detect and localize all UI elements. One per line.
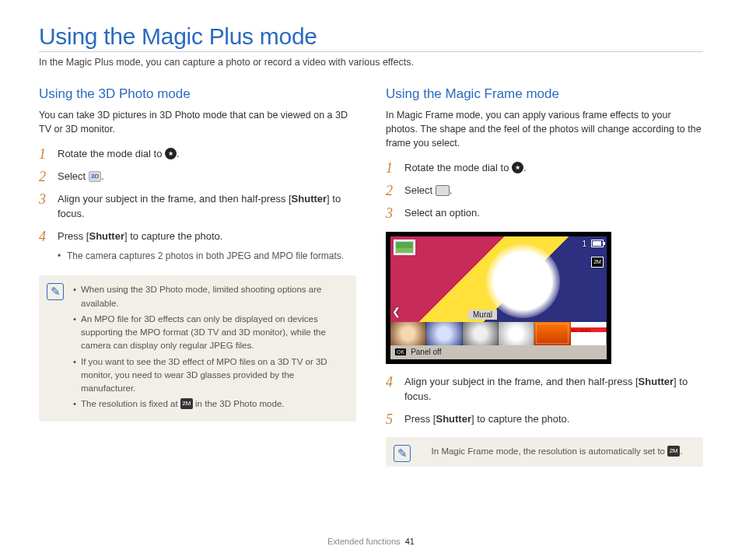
- step-post: .: [101, 170, 104, 182]
- lcd-status-right: 1: [582, 240, 604, 248]
- note-text-pre: In Magic Frame mode, the resolution is a…: [432, 446, 668, 456]
- note-icon: ✎: [47, 283, 64, 300]
- step-number: 3: [386, 206, 397, 220]
- steps-frame-a: 1 Rotate the mode dial to ★. 2 Select . …: [386, 161, 703, 221]
- lcd-arrow-left-icon: ❮: [392, 306, 401, 317]
- step-number: 4: [386, 375, 397, 389]
- left-column: Using the 3D Photo mode You can take 3D …: [39, 86, 356, 476]
- step-pre: Rotate the mode dial to: [404, 162, 512, 173]
- resolution-icon: 2M: [667, 446, 680, 457]
- panel-off-label: Panel off: [411, 348, 441, 356]
- note-callout-frame: ✎ In Magic Frame mode, the resolution is…: [386, 437, 703, 466]
- step-pre: Press [: [58, 230, 89, 242]
- frame-thumb: [463, 322, 499, 345]
- footer-section: Extended functions: [327, 537, 401, 546]
- resolution-icon: 2M: [180, 398, 193, 409]
- step-text: Align your subject in the frame, and the…: [58, 192, 356, 222]
- shutter-bold: Shutter: [89, 230, 124, 242]
- note-item: If you want to see the 3D effect of MPO …: [73, 355, 347, 396]
- step-post: ] to capture the photo.: [471, 413, 569, 425]
- step-pre: Select: [58, 170, 89, 182]
- section-title-3d: Using the 3D Photo mode: [39, 86, 356, 102]
- lcd-panel-bar: OK Panel off: [390, 345, 607, 359]
- shutter-bold: Shutter: [639, 376, 674, 387]
- frame-thumb: [571, 322, 607, 345]
- step-text: Select an option.: [404, 206, 703, 221]
- step-post: .: [523, 162, 527, 173]
- content-columns: Using the 3D Photo mode You can take 3D …: [39, 86, 703, 476]
- step-pre: Select: [404, 184, 436, 196]
- frame-select-icon: [436, 185, 450, 196]
- intro-frame: In Magic Frame mode, you can apply vario…: [386, 108, 703, 150]
- step-number: 2: [39, 170, 50, 184]
- step-number: 3: [39, 192, 50, 206]
- step-pre: Press [: [404, 413, 436, 425]
- step-text: Rotate the mode dial to ★.: [404, 161, 703, 176]
- step-pre: Align your subject in the frame, and the…: [58, 193, 292, 205]
- step-number: 4: [39, 229, 50, 243]
- step-sub-list: The camera captures 2 photos in both JPE…: [58, 250, 356, 263]
- lcd-mode-thumb: [394, 240, 415, 255]
- step-number: 2: [386, 184, 397, 198]
- page-title: Using the Magic Plus mode: [39, 23, 703, 50]
- lcd-shot-count: 1: [582, 240, 586, 248]
- step-text: Rotate the mode dial to ★.: [58, 147, 356, 162]
- note-icon: ✎: [394, 445, 411, 462]
- footer-page-number: 41: [405, 537, 415, 546]
- note-item: The resolution is fixed at 2M in the 3D …: [73, 397, 347, 411]
- step-text: Select .: [404, 184, 703, 198]
- step-text: Press [Shutter] to capture the photo.: [404, 412, 703, 427]
- shutter-bold: Shutter: [436, 413, 471, 425]
- note-item: An MPO file for 3D effects can only be d…: [73, 313, 347, 353]
- ok-badge-icon: OK: [395, 348, 406, 355]
- step-sub-item: The camera captures 2 photos in both JPE…: [58, 250, 356, 263]
- step-number: 1: [39, 147, 50, 161]
- note-text-post: .: [680, 446, 682, 456]
- step-pre: Rotate the mode dial to: [58, 148, 165, 159]
- lcd-thumb-row: [390, 322, 607, 345]
- note-item: When using the 3D Photo mode, limited sh…: [73, 283, 347, 310]
- frame-thumb: [390, 322, 426, 345]
- page-subtitle: In the Magic Plus mode, you can capture …: [39, 57, 703, 68]
- lcd-size-icon: 2M: [591, 257, 604, 268]
- lcd-frame-label: Mural: [468, 310, 497, 320]
- page-footer: Extended functions 41: [0, 537, 742, 546]
- mode-dial-icon: ★: [165, 148, 177, 159]
- step-text: Select 3D.: [58, 170, 356, 184]
- three-d-icon: 3D: [89, 171, 101, 182]
- section-title-frame: Using the Magic Frame mode: [386, 86, 703, 102]
- intro-3d: You can take 3D pictures in 3D Photo mod…: [39, 108, 356, 136]
- shutter-bold: Shutter: [292, 193, 327, 205]
- note-callout-3d: ✎ When using the 3D Photo mode, limited …: [39, 275, 356, 421]
- battery-icon: [591, 240, 604, 247]
- step-post: .: [450, 184, 453, 196]
- note-item-post: in the 3D Photo mode.: [193, 399, 285, 408]
- note-item-pre: The resolution is fixed at: [81, 399, 180, 408]
- step-text: Press [Shutter] to capture the photo. Th…: [58, 229, 356, 265]
- step-number: 1: [386, 161, 397, 175]
- steps-3d: 1 Rotate the mode dial to ★. 2 Select 3D…: [39, 147, 356, 264]
- step-post: ] to capture the photo.: [124, 230, 222, 242]
- camera-lcd-preview: 1 2M Mural ❮ OK Panel off: [386, 232, 611, 364]
- right-column: Using the Magic Frame mode In Magic Fram…: [386, 86, 703, 476]
- step-number: 5: [386, 412, 397, 426]
- mode-dial-icon: ★: [512, 162, 523, 173]
- step-pre: Align your subject in the frame, and the…: [404, 376, 639, 387]
- frame-thumb: [499, 322, 534, 345]
- frame-thumb: [426, 322, 462, 345]
- step-post: .: [177, 148, 180, 159]
- title-underline: [39, 51, 703, 52]
- steps-frame-b: 4 Align your subject in the frame, and t…: [386, 375, 703, 427]
- frame-thumb: [534, 322, 570, 345]
- step-text: Align your subject in the frame, and the…: [404, 375, 703, 404]
